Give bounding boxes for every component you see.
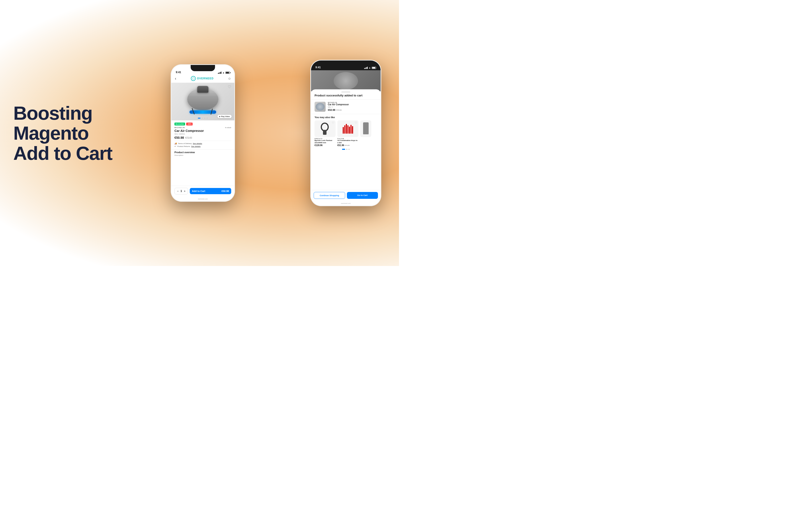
headline: Boosting Magento Add to Cart xyxy=(13,103,124,163)
brand-stock-row: MICHELIN In stock xyxy=(174,127,231,129)
phone-2-status-icons: ▲ xyxy=(364,66,376,69)
rec-1-prices: €128.96 xyxy=(315,144,336,147)
logo-text: OVERNEED xyxy=(197,77,213,80)
phone-1: 9:41 ▲ ‹ xyxy=(171,64,235,202)
cart-price-old: €72.83 xyxy=(336,109,342,111)
rec-2-price: €51.96 xyxy=(337,144,344,147)
price-old: €72.83 xyxy=(185,136,192,139)
badges: Bestseller -30% xyxy=(174,122,231,126)
product-image xyxy=(187,88,218,115)
rec-img-1: ♡ xyxy=(315,120,336,137)
delivery-info: 🚚 Terms of Delivery See details ↩ Produc… xyxy=(174,141,231,147)
recommendations-list: ♡ DRESCO Bycicle Lock Pantser 22x10000 m… xyxy=(315,120,377,147)
phone-1-notch xyxy=(191,65,215,71)
phone-2-screen: 9:41 ▲ xyxy=(311,60,381,206)
returns-link[interactable]: See details xyxy=(191,146,201,147)
rec-1-wishlist-icon[interactable]: ♡ xyxy=(332,121,334,125)
cart-item-name: Car Air Compressor xyxy=(328,103,377,106)
phone-2-product-img-shape xyxy=(334,72,358,90)
battery-icon-2 xyxy=(372,67,376,69)
bottom-buttons: Continue Shopping Go to Cart xyxy=(311,190,381,201)
phone-1-footer: overneed.com xyxy=(171,198,234,200)
cart-item-qty: Qty: 1 xyxy=(328,106,377,108)
product-sku: SKU: 009521 xyxy=(174,133,231,135)
qty-minus-button[interactable]: − xyxy=(177,189,179,193)
rec-1-price: €128.96 xyxy=(315,144,323,147)
rec-2-wishlist-icon[interactable]: ♡ xyxy=(355,121,357,125)
add-to-cart-label: Add to Cart xyxy=(192,190,205,192)
modal-handle xyxy=(341,92,350,92)
rec-card-2: ♡ FA xyxy=(337,120,358,147)
phone-1-nav: ‹ OVERNEED ○ xyxy=(171,75,234,83)
rec-2-brand: FACOM xyxy=(337,138,358,139)
wrench-image xyxy=(363,123,368,134)
modal-title: Product successfully added to cart xyxy=(311,94,381,99)
product-overview: Product overview Description xyxy=(171,149,234,158)
cart-price-main: €50.98 xyxy=(328,109,335,111)
rec-2-prices: €51.96 €74.23 xyxy=(337,144,358,147)
phone-1-time: 9:41 xyxy=(176,71,181,74)
headline-line1: Boosting xyxy=(13,102,92,124)
rec-img-2: ♡ xyxy=(337,120,358,137)
returns-label: Product Returns xyxy=(177,146,190,147)
headline-line2: Magento xyxy=(13,122,89,144)
price-main: €50.98 xyxy=(174,136,184,139)
overview-title: Product overview xyxy=(174,151,231,154)
wifi-icon: ▲ xyxy=(222,71,225,74)
phone-2-time: 9:41 xyxy=(316,66,321,69)
overview-subtitle: Description xyxy=(174,154,231,156)
phone-1-status-icons: ▲ xyxy=(218,71,230,74)
logo-circle xyxy=(191,76,196,81)
product-image-area: ♡ Play Vide xyxy=(171,83,234,120)
cart-item-prices: €50.98 €72.83 xyxy=(328,109,377,111)
cart-item-image xyxy=(315,102,326,112)
cart-item-info: MICHELIN Car Air Compressor Qty: 1 €50.9… xyxy=(328,102,377,112)
headline-line3: Add to Cart xyxy=(13,142,112,164)
search-icon[interactable]: ○ xyxy=(228,76,231,81)
bike-lock-image xyxy=(321,122,330,135)
you-may-like-title: You may also like xyxy=(315,116,377,119)
add-to-cart-bar: − 1 + Add to Cart €50.98 xyxy=(171,186,234,196)
returns-row: ↩ Product Returns See details xyxy=(174,145,231,147)
phone-2-footer: overneed.com xyxy=(311,203,381,204)
cart-item-brand: MICHELIN xyxy=(328,102,377,103)
play-video-button[interactable]: Play Video xyxy=(217,115,232,118)
continue-shopping-button[interactable]: Continue Shopping xyxy=(314,192,345,199)
product-info: Bestseller -30% MICHELIN In stock Car Ai… xyxy=(171,120,234,149)
battery-icon xyxy=(225,72,230,74)
qty-control: − 1 + xyxy=(174,188,188,194)
qty-plus-button[interactable]: + xyxy=(184,189,186,193)
rec-2-name: 14 Combination Keys in a Set xyxy=(337,139,358,144)
image-dots xyxy=(198,118,208,119)
you-may-like-section: You may also like ♡ DRESCO xyxy=(311,114,381,148)
tools-image xyxy=(343,124,353,134)
go-to-cart-button[interactable]: Go to Cart xyxy=(347,192,378,199)
phone-2-status-bar: 9:41 ▲ xyxy=(311,60,381,70)
bestseller-badge: Bestseller xyxy=(174,122,185,126)
phone-1-screen: 9:41 ▲ ‹ xyxy=(171,65,234,201)
signal-icon-2 xyxy=(364,67,368,69)
discount-badge: -30% xyxy=(186,122,193,126)
left-text-block: Boosting Magento Add to Cart xyxy=(13,103,124,163)
rec-img-3 xyxy=(360,120,371,137)
phone-2: 9:41 ▲ xyxy=(310,60,381,206)
play-video-label: Play Video xyxy=(221,115,230,117)
rec-card-3-partial xyxy=(360,120,371,147)
signal-icon xyxy=(218,72,222,74)
play-icon xyxy=(219,116,220,117)
back-icon[interactable]: ‹ xyxy=(175,76,176,81)
delivery-link[interactable]: See details xyxy=(193,142,202,145)
add-to-cart-price: €50.98 xyxy=(222,190,229,192)
phones-area: 9:41 ▲ ‹ xyxy=(144,0,388,266)
stock-status: In stock xyxy=(225,127,231,129)
delivery-icon: 🚚 xyxy=(174,142,177,145)
add-to-cart-button[interactable]: Add to Cart €50.98 xyxy=(190,188,231,194)
rec-2-price-old: €74.23 xyxy=(345,145,349,146)
cart-item-row: MICHELIN Car Air Compressor Qty: 1 €50.9… xyxy=(311,99,381,114)
wishlist-icon[interactable]: ♡ xyxy=(228,84,231,89)
delivery-label: Terms of Delivery xyxy=(178,142,192,145)
logo[interactable]: OVERNEED xyxy=(191,76,213,81)
delivery-row: 🚚 Terms of Delivery See details xyxy=(174,142,231,145)
price-row: €50.98 €72.83 xyxy=(174,136,231,139)
phone-2-product-image xyxy=(311,70,381,91)
